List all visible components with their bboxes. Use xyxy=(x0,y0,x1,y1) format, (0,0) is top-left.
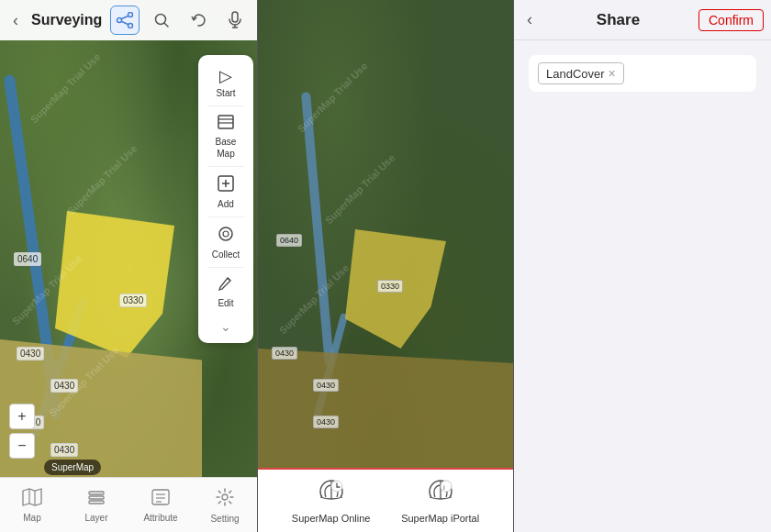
supermap-iportal-option[interactable]: i SuperMap iPortal xyxy=(401,479,479,524)
map-label-0430d: 0430 xyxy=(50,443,78,457)
svg-line-6 xyxy=(164,23,168,27)
landcover-tag: LandCover × xyxy=(538,62,624,84)
right-topbar: ‹ Share Confirm xyxy=(514,0,771,40)
svg-line-16 xyxy=(228,278,230,281)
divider-1 xyxy=(207,105,244,106)
tag-input-area[interactable]: LandCover × xyxy=(529,55,756,92)
confirm-button[interactable]: Confirm xyxy=(698,9,764,31)
tag-close-button[interactable]: × xyxy=(609,66,616,81)
zoom-in-button[interactable]: + xyxy=(9,404,35,429)
setting-nav-icon xyxy=(215,487,235,512)
start-tool[interactable]: ▷ Start xyxy=(201,61,251,104)
map-nav[interactable]: Map xyxy=(0,488,64,523)
svg-line-4 xyxy=(121,21,128,25)
layer-nav[interactable]: Layer xyxy=(64,488,128,523)
svg-marker-17 xyxy=(23,489,41,505)
svg-point-14 xyxy=(219,227,232,240)
svg-point-15 xyxy=(223,231,229,237)
share-options-bar: SuperMap Online i SuperMap iPortal xyxy=(258,468,513,532)
map-label-0330: 0330 xyxy=(119,294,147,307)
svg-point-2 xyxy=(128,24,133,28)
divider-2 xyxy=(207,166,244,167)
back-button[interactable]: ‹ xyxy=(7,7,24,34)
mid-label-0640: 0640 xyxy=(276,234,302,247)
setting-nav[interactable]: Setting xyxy=(193,487,257,524)
map-nav-icon xyxy=(22,488,42,511)
divider-4 xyxy=(207,267,244,268)
undo-button[interactable] xyxy=(184,6,213,35)
mid-map-panel: SuperMap Trial Use SuperMap Trial Use Su… xyxy=(257,0,514,532)
right-back-button[interactable]: ‹ xyxy=(521,6,538,33)
right-toolbar: ▷ Start Base Map xyxy=(198,55,253,343)
attribute-nav[interactable]: Attribute xyxy=(128,488,193,523)
supermap-online-icon xyxy=(317,479,346,510)
svg-rect-21 xyxy=(89,496,104,499)
svg-line-3 xyxy=(121,16,128,19)
zoom-controls: + − xyxy=(9,404,35,459)
attribute-nav-icon xyxy=(151,488,171,511)
svg-text:i: i xyxy=(443,483,445,492)
mid-label-0330: 0330 xyxy=(377,280,403,293)
supermap-logo: SuperMap xyxy=(44,460,101,475)
mic-button[interactable] xyxy=(220,6,250,35)
svg-rect-20 xyxy=(89,492,104,494)
mid-label-0430c: 0430 xyxy=(313,416,339,428)
svg-point-27 xyxy=(222,494,228,500)
share-icon-btn[interactable] xyxy=(110,6,140,35)
svg-rect-10 xyxy=(218,116,233,128)
toolbar-expand[interactable]: ⌄ xyxy=(220,316,231,338)
basemap-tool[interactable]: Base Map xyxy=(201,108,251,164)
right-body-area xyxy=(514,301,771,532)
map-label-0430b: 0430 xyxy=(50,379,78,393)
svg-rect-22 xyxy=(89,501,104,504)
collect-tool[interactable]: Collect xyxy=(201,219,251,265)
bottom-nav: Map Layer Attribute xyxy=(0,477,257,532)
divider-3 xyxy=(207,216,244,217)
right-share-panel: ‹ Share Confirm LandCover × xyxy=(514,0,771,532)
svg-point-31 xyxy=(441,481,452,492)
svg-rect-7 xyxy=(232,12,238,22)
right-content-area: LandCover × xyxy=(514,40,771,301)
map-label-0430a: 0430 xyxy=(17,347,44,360)
left-map-panel: SuperMap Trial Use SuperMap Trial Use Su… xyxy=(0,0,257,532)
zoom-out-button[interactable]: − xyxy=(9,433,35,459)
mid-label-0430a: 0430 xyxy=(272,347,297,360)
add-tool[interactable]: Add xyxy=(201,169,251,215)
svg-point-1 xyxy=(117,18,122,23)
right-panel-title: Share xyxy=(538,11,698,29)
mid-label-0430b: 0430 xyxy=(313,379,339,392)
layer-nav-icon xyxy=(86,488,106,511)
map-label-0640: 0640 xyxy=(14,252,41,266)
search-button[interactable] xyxy=(147,6,176,35)
supermap-online-option[interactable]: SuperMap Online xyxy=(292,479,371,524)
supermap-iportal-icon: i xyxy=(426,479,455,510)
left-topbar: ‹ Surveying xyxy=(0,0,257,40)
edit-tool[interactable]: Edit xyxy=(201,270,251,314)
page-title: Surveying xyxy=(31,12,103,28)
svg-point-0 xyxy=(128,13,133,17)
